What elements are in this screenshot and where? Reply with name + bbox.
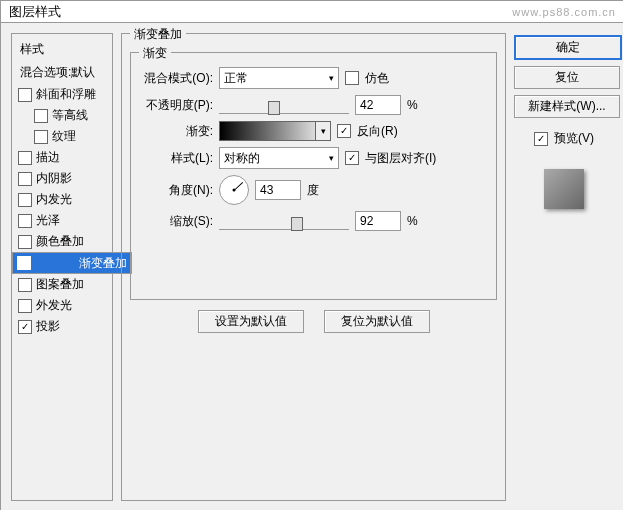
row-style: 样式(L): 对称的▾ 与图层对齐(I) [139,147,488,169]
angle-unit: 度 [307,182,319,199]
opacity-slider[interactable] [219,97,349,114]
scale-unit: % [407,214,418,228]
align-checkbox[interactable] [345,151,359,165]
row-opacity: 不透明度(P): 42 % [139,95,488,115]
chevron-down-icon[interactable]: ▾ [315,122,330,140]
row-blend-mode: 混合模式(O): 正常▾ 仿色 [139,67,488,89]
opacity-unit: % [407,98,418,112]
checkbox-icon[interactable] [17,256,31,270]
sidebar-item-inner-glow[interactable]: 内发光 [12,189,112,210]
slider-thumb-icon[interactable] [268,101,280,115]
angle-dial[interactable] [219,175,249,205]
scale-label: 缩放(S): [139,213,213,230]
sidebar-item-bevel[interactable]: 斜面和浮雕 [12,84,112,105]
sidebar-item-drop-shadow[interactable]: 投影 [12,316,112,337]
blending-options[interactable]: 混合选项:默认 [12,61,112,84]
subgroup-title: 渐变 [139,45,171,62]
right-panel: 确定 复位 新建样式(W)... 预览(V) [514,33,614,501]
sidebar-header[interactable]: 样式 [12,38,112,61]
checkbox-icon[interactable] [18,193,32,207]
checkbox-icon[interactable] [18,88,32,102]
sidebar-item-satin[interactable]: 光泽 [12,210,112,231]
group-gradient-overlay: 渐变叠加 渐变 混合模式(O): 正常▾ 仿色 不透明度(P): 42 % [121,33,506,501]
ok-button[interactable]: 确定 [514,35,622,60]
titlebar[interactable]: 图层样式 www.ps88.com.cn [1,1,623,23]
make-default-button[interactable]: 设置为默认值 [198,310,304,333]
style-list: 样式 混合选项:默认 斜面和浮雕 等高线 纹理 描边 内阴影 内发光 光泽 颜色… [11,33,113,501]
sidebar-item-inner-shadow[interactable]: 内阴影 [12,168,112,189]
style-select[interactable]: 对称的▾ [219,147,339,169]
scale-slider[interactable] [219,213,349,230]
sidebar-item-color-overlay[interactable]: 颜色叠加 [12,231,112,252]
layer-style-dialog: 图层样式 www.ps88.com.cn 样式 混合选项:默认 斜面和浮雕 等高… [0,0,623,510]
dither-label: 仿色 [365,70,389,87]
chevron-down-icon: ▾ [329,153,334,163]
dialog-body: 样式 混合选项:默认 斜面和浮雕 等高线 纹理 描边 内阴影 内发光 光泽 颜色… [1,23,623,510]
checkbox-icon[interactable] [34,109,48,123]
sidebar-item-gradient-overlay[interactable]: 渐变叠加 [12,252,132,274]
checkbox-icon[interactable] [34,130,48,144]
align-label: 与图层对齐(I) [365,150,436,167]
sidebar-item-outer-glow[interactable]: 外发光 [12,295,112,316]
dialog-title: 图层样式 [9,3,61,21]
sidebar-item-stroke[interactable]: 描边 [12,147,112,168]
row-angle: 角度(N): 43 度 [139,175,488,205]
sidebar-item-contour[interactable]: 等高线 [12,105,112,126]
row-scale: 缩放(S): 92 % [139,211,488,231]
reverse-label: 反向(R) [357,123,398,140]
blend-mode-label: 混合模式(O): [139,70,213,87]
checkbox-icon[interactable] [18,214,32,228]
checkbox-icon[interactable] [18,299,32,313]
preview-row: 预览(V) [514,130,614,147]
dither-checkbox[interactable] [345,71,359,85]
gradient-label: 渐变: [139,123,213,140]
watermark: www.ps88.com.cn [512,6,616,18]
angle-input[interactable]: 43 [255,180,301,200]
preview-thumbnail [544,169,584,209]
checkbox-icon[interactable] [18,151,32,165]
slider-thumb-icon[interactable] [291,217,303,231]
chevron-down-icon: ▾ [329,73,334,83]
blend-mode-select[interactable]: 正常▾ [219,67,339,89]
row-gradient: 渐变: ▾ 反向(R) [139,121,488,141]
reset-default-button[interactable]: 复位为默认值 [324,310,430,333]
opacity-input[interactable]: 42 [355,95,401,115]
default-buttons: 设置为默认值 复位为默认值 [130,310,497,333]
sidebar-item-pattern-overlay[interactable]: 图案叠加 [12,274,112,295]
reverse-checkbox[interactable] [337,124,351,138]
checkbox-icon[interactable] [18,235,32,249]
group-title: 渐变叠加 [130,26,186,43]
checkbox-icon[interactable] [18,172,32,186]
new-style-button[interactable]: 新建样式(W)... [514,95,620,118]
gradient-picker[interactable]: ▾ [219,121,331,141]
preview-label: 预览(V) [554,130,594,147]
opacity-label: 不透明度(P): [139,97,213,114]
scale-input[interactable]: 92 [355,211,401,231]
preview-checkbox[interactable] [534,132,548,146]
style-label: 样式(L): [139,150,213,167]
checkbox-icon[interactable] [18,320,32,334]
checkbox-icon[interactable] [18,278,32,292]
main-panel: 渐变叠加 渐变 混合模式(O): 正常▾ 仿色 不透明度(P): 42 % [121,33,506,501]
angle-label: 角度(N): [139,182,213,199]
cancel-button[interactable]: 复位 [514,66,620,89]
sidebar-item-texture[interactable]: 纹理 [12,126,112,147]
subgroup-gradient: 渐变 混合模式(O): 正常▾ 仿色 不透明度(P): 42 % [130,52,497,300]
